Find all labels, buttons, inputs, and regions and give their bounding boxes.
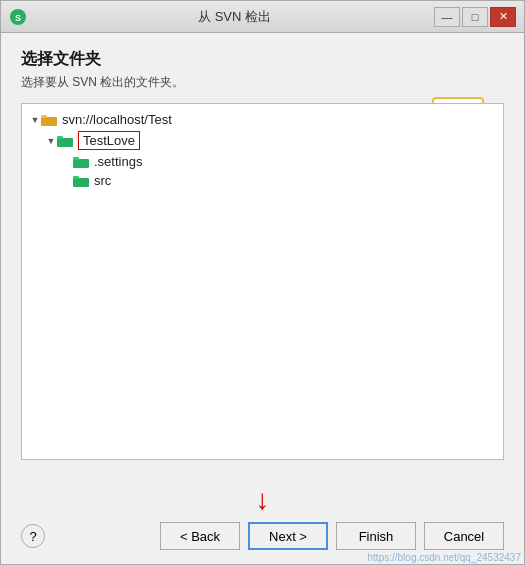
tree-item-label-settings: .settings (94, 154, 142, 169)
folder-icon (40, 113, 58, 127)
svg-rect-7 (73, 159, 89, 168)
tree-item-label-testlove: TestLove (78, 131, 140, 150)
next-button[interactable]: Next > (248, 522, 328, 550)
maximize-button[interactable]: □ (462, 7, 488, 27)
expand-icon-src: ▶ (62, 176, 72, 186)
cancel-button[interactable]: Cancel (424, 522, 504, 550)
svg-rect-9 (73, 178, 89, 187)
header-row: 选择文件夹 选择要从 SVN 检出的文件夹。 SVN (21, 49, 504, 103)
page-subheading: 选择要从 SVN 检出的文件夹。 (21, 74, 504, 91)
expand-icon: ▼ (30, 115, 40, 125)
tree-item-testlove[interactable]: ▼ TestLove ← (26, 129, 499, 152)
app-icon: S (9, 8, 27, 26)
folder-src-icon (72, 174, 90, 188)
folder-open-icon (56, 134, 74, 148)
tree-item-src[interactable]: ▶ src (26, 171, 499, 190)
tree-root[interactable]: ▼ svn://localhost/Test (26, 110, 499, 129)
svg-rect-5 (57, 138, 73, 147)
bottom-area: ↓ ? < Back Next > Finish Cancel (1, 476, 524, 564)
finish-button[interactable]: Finish (336, 522, 416, 550)
expand-icon-testlove: ▼ (46, 136, 56, 146)
back-button[interactable]: < Back (160, 522, 240, 550)
down-arrow: ↓ (256, 486, 270, 514)
content-area: 选择文件夹 选择要从 SVN 检出的文件夹。 SVN ▼ (1, 33, 524, 476)
red-arrow-right: ← (503, 129, 504, 150)
svg-rect-4 (41, 115, 47, 118)
window-title: 从 SVN 检出 (35, 8, 434, 26)
watermark: https://blog.csdn.net/qq_24532437 (368, 552, 521, 563)
svg-text:S: S (15, 13, 21, 23)
window-controls: — □ ✕ (434, 7, 516, 27)
svg-rect-10 (73, 176, 79, 179)
tree-item-settings[interactable]: ▶ .settings (26, 152, 499, 171)
header-text: 选择文件夹 选择要从 SVN 检出的文件夹。 (21, 49, 504, 103)
tree-root-label: svn://localhost/Test (62, 112, 172, 127)
svg-rect-6 (57, 136, 63, 139)
tree-item-label-src: src (94, 173, 111, 188)
main-window: S 从 SVN 检出 — □ ✕ 选择文件夹 选择要从 SVN 检出的文件夹。 … (0, 0, 525, 565)
svg-rect-8 (73, 157, 79, 160)
expand-icon-settings: ▶ (62, 157, 72, 167)
close-button[interactable]: ✕ (490, 7, 516, 27)
minimize-button[interactable]: — (434, 7, 460, 27)
help-button[interactable]: ? (21, 524, 45, 548)
page-heading: 选择文件夹 (21, 49, 504, 70)
titlebar: S 从 SVN 检出 — □ ✕ (1, 1, 524, 33)
folder-settings-icon (72, 155, 90, 169)
tree-panel[interactable]: ▼ svn://localhost/Test ▼ (21, 103, 504, 460)
button-row: ? < Back Next > Finish Cancel (21, 522, 504, 550)
